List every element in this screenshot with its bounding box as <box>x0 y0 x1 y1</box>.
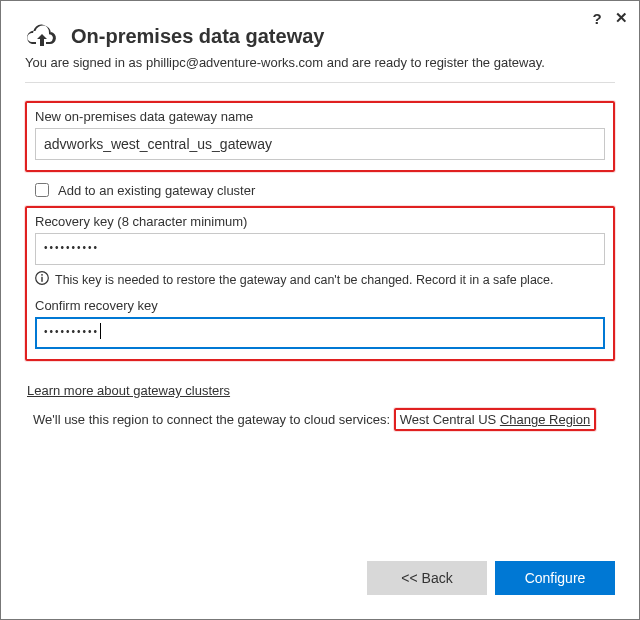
gateway-name-input[interactable] <box>35 128 605 160</box>
recovery-key-info: This key is needed to restore the gatewa… <box>35 271 605 288</box>
svg-rect-1 <box>41 277 42 282</box>
gateway-name-label: New on-premises data gateway name <box>35 109 605 124</box>
confirm-recovery-label: Confirm recovery key <box>35 298 605 313</box>
learn-more-link[interactable]: Learn more about gateway clusters <box>27 383 230 398</box>
cluster-checkbox[interactable] <box>35 183 49 197</box>
confirm-recovery-input[interactable]: •••••••••• <box>35 317 605 349</box>
gateway-name-section: New on-premises data gateway name <box>25 101 615 172</box>
divider <box>25 82 615 83</box>
recovery-key-section: Recovery key (8 character minimum) •••••… <box>25 206 615 361</box>
button-row: << Back Configure <box>367 561 615 595</box>
svg-point-2 <box>41 274 43 276</box>
close-icon[interactable]: ✕ <box>613 9 629 27</box>
region-highlight: West Central US Change Region <box>394 408 597 431</box>
info-icon <box>35 271 49 288</box>
page-title: On-premises data gateway <box>71 25 324 48</box>
signin-line: You are signed in as phillipc@adventure-… <box>25 55 615 70</box>
back-button[interactable]: << Back <box>367 561 487 595</box>
recovery-key-input[interactable]: •••••••••• <box>35 233 605 265</box>
cluster-checkbox-row[interactable]: Add to an existing gateway cluster <box>31 180 615 200</box>
cloud-upload-icon <box>25 23 59 49</box>
recovery-key-label: Recovery key (8 character minimum) <box>35 214 605 229</box>
title-row: On-premises data gateway <box>25 23 615 49</box>
help-icon[interactable]: ? <box>589 10 605 27</box>
region-line: We'll use this region to connect the gat… <box>33 408 615 431</box>
change-region-link[interactable]: Change Region <box>500 412 590 427</box>
configure-button[interactable]: Configure <box>495 561 615 595</box>
region-name: West Central US <box>400 412 497 427</box>
cluster-checkbox-label: Add to an existing gateway cluster <box>58 183 255 198</box>
